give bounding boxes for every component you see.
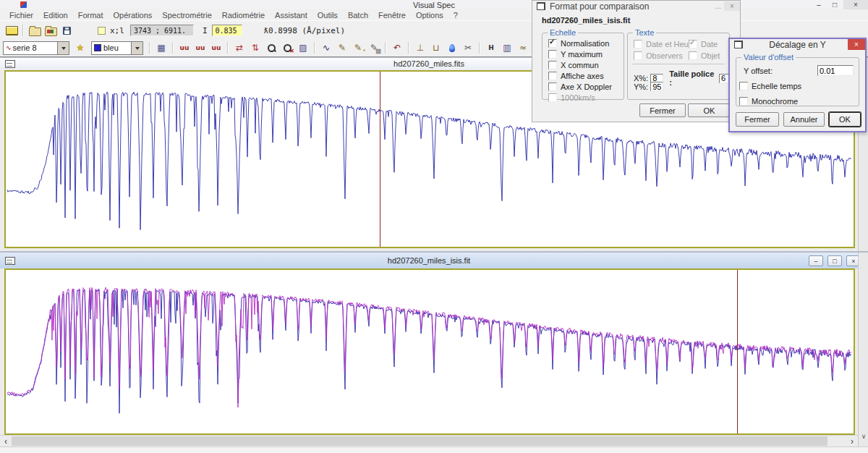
series-select[interactable]: ∿ serie 8 — [3, 41, 69, 55]
checkbox-label: Axe X Doppler — [561, 82, 612, 91]
continuum-icon[interactable]: ⊔ — [429, 41, 443, 55]
overlay-series-1-icon[interactable]: uu — [177, 41, 192, 55]
checkbox-icon — [634, 40, 642, 48]
echelle-option-normalisation[interactable]: ✓Normalisation — [548, 38, 624, 48]
offset-dialog-title-bar[interactable]: Décalage en Y × — [730, 39, 865, 50]
menu-item-options[interactable]: Options — [411, 11, 448, 20]
format-dialog-close-icon[interactable]: × — [724, 1, 740, 11]
offset-ok-button[interactable]: OK — [829, 112, 861, 127]
series-drawer-icon[interactable] — [4, 24, 19, 38]
color-select[interactable]: bleu — [91, 41, 143, 55]
scroll-left-icon[interactable]: ‹ — [0, 436, 12, 446]
zoom-icon[interactable] — [264, 41, 278, 55]
minimize-button[interactable]: – — [812, 0, 826, 9]
window2-title-bar[interactable]: hd207260_miles_isis.fit – □ × — [0, 253, 858, 268]
window2-maximize-button[interactable]: □ — [827, 255, 842, 266]
checkbox-icon[interactable] — [739, 97, 748, 106]
checkbox-label: X commun — [561, 61, 599, 69]
checkbox-icon[interactable] — [548, 50, 557, 59]
echelle-group: Echelle ✓NormalisationY maximumX communA… — [542, 33, 624, 100]
menu-item-format[interactable]: Format — [73, 11, 109, 20]
spectrum-window-icon — [5, 257, 15, 265]
checkbox-icon[interactable] — [548, 72, 557, 80]
element-lines-icon[interactable]: H — [484, 41, 498, 55]
filter-icon[interactable]: ▥ — [500, 41, 514, 55]
close-button[interactable]: × — [843, 0, 868, 9]
checkbox-label: Date — [701, 40, 718, 48]
font-size-input[interactable] — [719, 74, 729, 83]
checkbox-icon[interactable] — [548, 82, 557, 91]
checkbox-label: Objet — [701, 51, 720, 60]
menu-item-radiom-trie[interactable]: Radiométrie — [217, 11, 270, 20]
menu-item-edition[interactable]: Edition — [38, 11, 73, 20]
series-select-value: serie 8 — [13, 43, 37, 52]
response-pencil-icon[interactable]: ✎▨ — [367, 41, 381, 55]
echelle-option-affiche-axes[interactable]: Affiche axes — [548, 71, 624, 80]
water-drop-icon[interactable] — [445, 41, 459, 55]
baseline-icon[interactable]: ⊥ — [413, 41, 427, 55]
spectrum-chart-2 — [6, 270, 854, 433]
menu-item-help[interactable]: ? — [448, 11, 463, 20]
unzoom-icon[interactable]: ✕ — [280, 41, 294, 55]
peaks-search-icon[interactable]: ∿ — [319, 41, 333, 55]
open-compare-icon[interactable] — [43, 24, 58, 38]
open-profile-icon[interactable] — [27, 24, 42, 38]
window2-minimize-button[interactable]: – — [809, 255, 823, 266]
planck-pencil-icon[interactable]: ✎* — [351, 41, 365, 55]
echelle-option-x-commun[interactable]: X commun — [548, 60, 624, 69]
save-icon[interactable] — [59, 24, 74, 38]
menu-item-batch[interactable]: Batch — [343, 11, 373, 20]
checkbox-label: Monochrome — [752, 97, 798, 106]
overlay-series-2-icon[interactable]: uu — [193, 41, 208, 55]
undo-curve-icon[interactable]: ↶ — [390, 41, 404, 55]
marker-checkbox[interactable] — [98, 27, 106, 35]
checkbox-icon[interactable] — [548, 61, 557, 69]
checkbox-icon[interactable] — [739, 82, 748, 90]
format-dialog-title: Format pour comparaison — [550, 1, 649, 12]
data-table-icon[interactable]: ▦ — [154, 41, 169, 55]
scroll-down-icon[interactable]: ∨ — [859, 433, 868, 440]
offset-dialog-title: Décalage en Y — [730, 40, 865, 50]
echelle-option-axe-x-doppler[interactable]: Axe X Doppler — [548, 82, 624, 91]
intensity-label: I — [203, 26, 208, 35]
y-percent-input[interactable] — [650, 82, 663, 91]
echelle-option-y-maximum[interactable]: Y maximum — [548, 49, 624, 59]
offset-annuler-button[interactable]: Annuler — [783, 112, 825, 127]
wand-icon[interactable]: ★ — [73, 41, 88, 55]
options-icon[interactable]: ... — [712, 2, 724, 10]
scrollbar-thumb[interactable] — [12, 436, 827, 446]
offset-fermer-button[interactable]: Fermer — [736, 112, 779, 127]
flip-image-icon[interactable]: ▨ — [296, 41, 310, 55]
menu-item-fen-tre[interactable]: Fenêtre — [373, 11, 411, 20]
scrollbar-track[interactable] — [12, 436, 846, 446]
series-dropdown-arrow-icon[interactable] — [57, 42, 69, 54]
echelle-group-label: Echelle — [548, 28, 578, 37]
format-ok-button[interactable]: OK — [688, 103, 731, 117]
menu-item-op-rations[interactable]: Opérations — [109, 11, 158, 20]
offset-option-monochrome[interactable]: Monochrome — [739, 96, 859, 106]
shift-y-icon[interactable]: ⇅ — [248, 41, 263, 55]
format-dialog-title-bar[interactable]: Format pour comparaison ... × — [532, 1, 740, 12]
maximize-button[interactable]: □ — [827, 0, 842, 9]
menu-item-assistant[interactable]: Assistant — [270, 11, 312, 20]
color-dropdown-arrow-icon[interactable] — [131, 42, 142, 54]
y-percent-label: Y%: — [634, 82, 648, 91]
spectrum-plot-2[interactable] — [4, 268, 855, 435]
crop-icon[interactable]: ✂ — [461, 41, 475, 55]
offset-group: Valeur d'offset Y offset: Echelle tempsM… — [736, 57, 859, 106]
menu-item-fichier[interactable]: Fichier — [4, 11, 38, 20]
menu-item-outils[interactable]: Outils — [312, 11, 343, 20]
smooth-icon[interactable]: ≈ — [516, 41, 530, 55]
format-fermer-button[interactable]: Fermer — [639, 103, 686, 117]
overlay-series-3-icon[interactable]: uu — [209, 41, 224, 55]
checkbox-icon[interactable]: ✓ — [548, 39, 557, 48]
shift-x-icon[interactable]: ⇄ — [232, 41, 247, 55]
menu-item-spectrom-trie[interactable]: Spectrométrie — [157, 11, 216, 20]
horizontal-scrollbar[interactable]: ‹ › — [0, 435, 858, 446]
scroll-right-icon[interactable]: › — [846, 436, 858, 446]
series-icon: ∿ — [6, 44, 12, 51]
coord-label: x;l — [110, 26, 124, 35]
y-offset-input[interactable] — [817, 65, 854, 76]
offset-option-echelle-temps[interactable]: Echelle temps — [739, 81, 859, 90]
slope-pencil-icon[interactable]: ✎ — [335, 41, 349, 55]
